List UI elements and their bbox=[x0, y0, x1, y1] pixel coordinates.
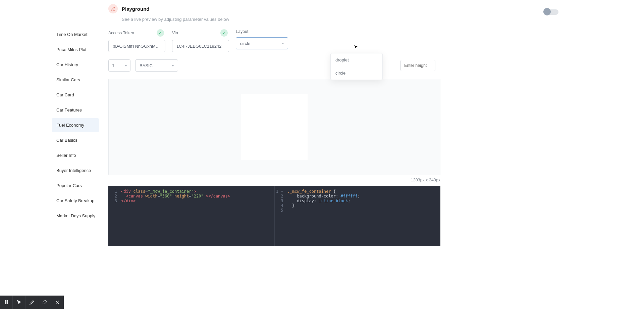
preview-dimensions: 1203px x 340px bbox=[108, 178, 440, 182]
page-title: Playground bbox=[122, 6, 150, 12]
sidebar-item-similar-cars[interactable]: Similar Cars bbox=[52, 73, 99, 87]
param-label: Layout bbox=[236, 29, 249, 34]
layout-dropdown: dropletcircle bbox=[330, 53, 383, 80]
param-label: Access Token bbox=[108, 31, 134, 35]
sidebar-item-time-on-market[interactable]: Time On Market bbox=[52, 28, 99, 41]
layout-option-circle[interactable]: circle bbox=[331, 67, 382, 80]
code-pane-html[interactable]: 1<div class="_mcw_fe_container">2 <canva… bbox=[108, 186, 274, 246]
check-icon: ✓ bbox=[157, 29, 164, 37]
sidebar-item-popular-cars[interactable]: Popular Cars bbox=[52, 179, 99, 192]
param-label: Vin bbox=[172, 31, 178, 35]
sidebar-item-car-features[interactable]: Car Features bbox=[52, 103, 99, 117]
param-access-token: Access Token ✓ bbox=[108, 29, 165, 52]
sidebar-item-car-safety-breakup[interactable]: Car Safety Breakup bbox=[52, 194, 99, 208]
param-vin: Vin ✓ bbox=[172, 29, 229, 52]
main: Playground See a live preview by adjusti… bbox=[99, 0, 644, 246]
code-panes: 1<div class="_mcw_fe_container">2 <canva… bbox=[108, 186, 440, 246]
mouse-cursor: ➤ bbox=[354, 43, 359, 49]
layout-option-droplet[interactable]: droplet bbox=[331, 53, 382, 67]
access-token-input[interactable] bbox=[108, 40, 165, 52]
preview-canvas bbox=[241, 94, 308, 160]
chevron-down-icon: ▾ bbox=[125, 64, 127, 68]
sidebar-item-price-miles-plot[interactable]: Price Miles Plot bbox=[52, 43, 99, 56]
toggle-knob bbox=[543, 8, 551, 15]
preview-area bbox=[108, 79, 440, 175]
sidebar-item-car-history[interactable]: Car History bbox=[52, 58, 99, 72]
param-layout: Layout circle ▾ bbox=[236, 29, 288, 52]
mode-select-value: BASIC bbox=[140, 63, 153, 68]
sidebar-item-seller-info[interactable]: Seller Info bbox=[52, 148, 99, 162]
count-select-value: 1 bbox=[112, 63, 114, 68]
vin-input[interactable] bbox=[172, 40, 229, 52]
layout-select-value: circle bbox=[240, 41, 250, 46]
layout-select[interactable]: circle ▾ bbox=[236, 37, 288, 49]
count-select[interactable]: 1 ▾ bbox=[108, 59, 130, 72]
chevron-down-icon: ▾ bbox=[172, 64, 174, 68]
height-input[interactable] bbox=[400, 60, 435, 71]
playground-icon bbox=[108, 4, 118, 13]
page-subtitle: See a live preview by adjusting paramete… bbox=[122, 17, 644, 22]
sidebar-item-car-basics[interactable]: Car Basics bbox=[52, 133, 99, 147]
code-pane-css[interactable]: 1 ▾._mcw_fe_container {2 background-colo… bbox=[274, 186, 441, 246]
sidebar-item-market-days-supply[interactable]: Market Days Supply bbox=[52, 209, 99, 223]
chevron-down-icon: ▾ bbox=[282, 42, 284, 45]
preview-toggle[interactable] bbox=[544, 9, 558, 15]
sidebar-item-car-card[interactable]: Car Card bbox=[52, 88, 99, 102]
sidebar: Time On MarketPrice Miles PlotCar Histor… bbox=[0, 0, 99, 246]
sidebar-item-buyer-intelligence[interactable]: Buyer Intelligence bbox=[52, 164, 99, 177]
check-icon: ✓ bbox=[220, 29, 228, 37]
mode-select[interactable]: BASIC ▾ bbox=[135, 59, 178, 72]
sidebar-item-fuel-economy[interactable]: Fuel Economy bbox=[52, 118, 99, 132]
